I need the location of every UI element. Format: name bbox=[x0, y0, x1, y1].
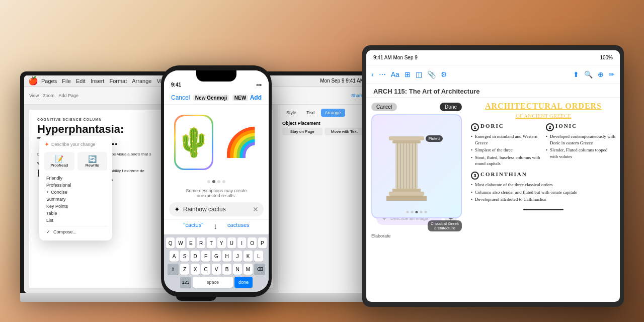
genmoji-cancel-btn[interactable]: Cancel bbox=[171, 94, 190, 101]
pages-addpage-btn[interactable]: Add Page bbox=[58, 93, 78, 98]
notes-icon-pencil[interactable]: ✏ bbox=[609, 70, 615, 78]
notes-icon6[interactable]: ⚙ bbox=[441, 70, 447, 78]
autocomplete-cactuses[interactable]: cactuses bbox=[227, 222, 249, 231]
key-123[interactable]: 123 bbox=[180, 277, 191, 288]
key-v[interactable]: V bbox=[212, 264, 221, 275]
rewrite-btn[interactable]: 🔄 Rewrite bbox=[77, 152, 108, 171]
key-d[interactable]: D bbox=[191, 251, 200, 262]
hw-circle-1: 1 bbox=[471, 123, 479, 131]
menu-edit[interactable]: Edit bbox=[76, 78, 86, 84]
menu-insert[interactable]: Insert bbox=[91, 78, 105, 84]
writing-tools-placeholder[interactable]: Describe your change bbox=[51, 142, 96, 147]
genmoji-warning: Some descriptions may create unexpected … bbox=[164, 188, 269, 202]
wt-list[interactable]: List bbox=[44, 217, 107, 224]
pages-zoom-btn[interactable]: Zoom bbox=[43, 93, 54, 98]
key-g[interactable]: G bbox=[212, 251, 221, 262]
key-c[interactable]: C bbox=[201, 264, 210, 275]
image-dot-2[interactable] bbox=[411, 211, 414, 213]
key-y[interactable]: Y bbox=[217, 237, 226, 249]
menu-time: Mon Sep 9 9:41 AM bbox=[320, 78, 364, 84]
pages-view-btn[interactable]: View bbox=[29, 93, 39, 98]
key-m[interactable]: M bbox=[244, 264, 253, 275]
wt-keypoints[interactable]: Key Points bbox=[44, 203, 107, 210]
key-h[interactable]: H bbox=[222, 251, 231, 262]
genmoji-header: Cancel New Genmoji NEW Add bbox=[164, 91, 269, 105]
notes-back-icon[interactable]: ‹ bbox=[371, 70, 374, 78]
key-o[interactable]: O bbox=[248, 237, 256, 249]
wt-friendly[interactable]: Friendly bbox=[44, 175, 107, 182]
notes-icon4[interactable]: ◫ bbox=[416, 70, 422, 78]
key-k[interactable]: K bbox=[244, 251, 253, 262]
image-done-btn[interactable]: Done bbox=[440, 103, 462, 111]
genmoji-clear-btn[interactable]: ✕ bbox=[253, 205, 259, 213]
key-space[interactable]: space bbox=[193, 277, 233, 288]
notes-icon-share[interactable]: ⬆ bbox=[573, 70, 579, 78]
key-e[interactable]: E bbox=[187, 237, 195, 249]
classical-label: Classical Greekarchitecture bbox=[428, 220, 462, 231]
notes-title-bar: ARCH 115: The Art of Architecture bbox=[366, 84, 620, 98]
iphone-screen: 9:41 ▪▪▪ Cancel New Genmoji NEW Add bbox=[164, 70, 269, 292]
autocomplete-cactus[interactable]: "cactus" bbox=[183, 222, 203, 231]
notes-icon3[interactable]: ⊞ bbox=[405, 70, 411, 78]
image-gen-wrapper: Cancel Done bbox=[371, 103, 462, 207]
genmoji-dot-4[interactable] bbox=[222, 180, 225, 183]
format-tab-arrange[interactable]: Arrange bbox=[321, 109, 345, 117]
format-tab-text[interactable]: Text bbox=[302, 109, 319, 117]
menu-arrange[interactable]: Arrange bbox=[132, 78, 151, 84]
genmoji-dot-3[interactable] bbox=[217, 180, 220, 183]
wt-compose[interactable]: Compose... bbox=[44, 228, 107, 235]
hw-corinthian-bullet-2: Columns also slender and fluted but with… bbox=[471, 189, 616, 196]
notes-icon1[interactable]: ⋯ bbox=[379, 70, 386, 78]
wt-professional[interactable]: Professional bbox=[44, 182, 107, 189]
proofread-btn[interactable]: 📝 Proofread bbox=[44, 152, 74, 171]
key-shift[interactable]: ⇧ bbox=[168, 264, 179, 275]
move-with-text-btn[interactable]: Move with Text bbox=[325, 128, 365, 135]
key-x[interactable]: X bbox=[191, 264, 200, 275]
notes-icon2[interactable]: Aa bbox=[391, 70, 399, 78]
image-dot-4[interactable] bbox=[420, 211, 423, 213]
key-f[interactable]: F bbox=[201, 251, 210, 262]
format-placement-buttons: Stay on Page Move with Text bbox=[282, 128, 364, 135]
pages-share-btn[interactable]: Share bbox=[351, 93, 363, 98]
hw-corinthian-title: CORINTHIAN bbox=[480, 171, 527, 177]
key-z[interactable]: Z bbox=[180, 264, 189, 275]
key-i[interactable]: I bbox=[237, 237, 246, 249]
key-p[interactable]: P bbox=[258, 237, 267, 249]
image-cancel-btn[interactable]: Cancel bbox=[371, 103, 397, 111]
image-dots bbox=[407, 211, 427, 213]
notes-icon5[interactable]: 📎 bbox=[427, 70, 436, 78]
image-dot-5[interactable] bbox=[425, 211, 427, 213]
key-b[interactable]: B bbox=[222, 264, 231, 275]
genmoji-dot-2[interactable] bbox=[212, 180, 215, 183]
key-u[interactable]: U bbox=[227, 237, 236, 249]
menu-file[interactable]: File bbox=[62, 78, 71, 84]
key-t[interactable]: T bbox=[207, 237, 215, 249]
format-tab-style[interactable]: Style bbox=[282, 109, 300, 117]
menu-format[interactable]: Format bbox=[109, 78, 127, 84]
wt-summary[interactable]: Summary bbox=[44, 196, 107, 203]
stay-on-page-btn[interactable]: Stay on Page bbox=[282, 128, 323, 135]
notes-icon-search[interactable]: 🔍 bbox=[584, 70, 593, 78]
key-a[interactable]: A bbox=[170, 251, 179, 262]
key-done[interactable]: done bbox=[234, 277, 253, 288]
wt-table[interactable]: Table bbox=[44, 210, 107, 217]
key-r[interactable]: R bbox=[197, 237, 205, 249]
key-q[interactable]: Q bbox=[166, 237, 175, 249]
key-l[interactable]: L bbox=[254, 251, 263, 262]
keyboard-row-3: ⇧ Z X C V B N M ⌫ bbox=[166, 264, 267, 275]
key-n[interactable]: N bbox=[233, 264, 242, 275]
genmoji-add-btn[interactable]: Add bbox=[250, 94, 262, 101]
key-w[interactable]: W bbox=[176, 237, 185, 249]
genmoji-input[interactable]: Rainbow cactus bbox=[183, 206, 250, 213]
notes-icon-more[interactable]: ⊕ bbox=[598, 70, 604, 78]
image-dot-1[interactable] bbox=[407, 211, 409, 213]
hw-doric-title: DORIC bbox=[480, 123, 504, 129]
image-dot-3[interactable] bbox=[416, 211, 418, 213]
wt-concise[interactable]: + Concise bbox=[44, 189, 107, 196]
genmoji-selected-item[interactable]: 🌵 bbox=[174, 115, 213, 170]
genmoji-dot-1[interactable] bbox=[207, 180, 210, 183]
menu-pages[interactable]: Pages bbox=[41, 78, 57, 84]
key-j[interactable]: J bbox=[233, 251, 242, 262]
key-s[interactable]: S bbox=[180, 251, 189, 262]
key-backspace[interactable]: ⌫ bbox=[254, 264, 265, 275]
